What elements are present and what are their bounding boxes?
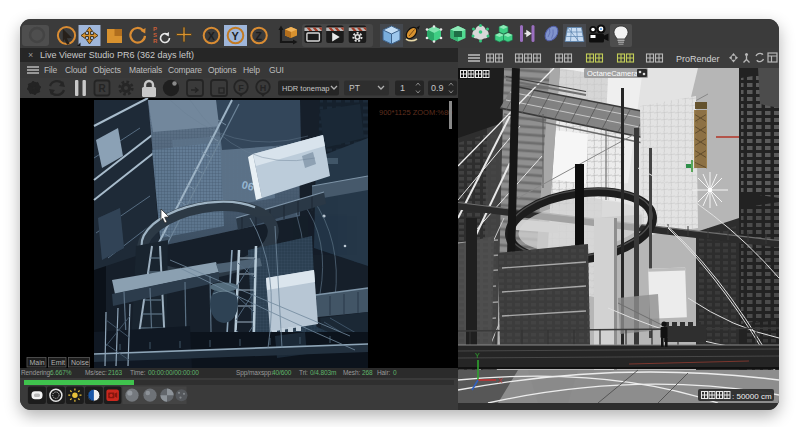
- svg-text:R: R: [153, 38, 158, 44]
- svg-text:PT: PT: [349, 83, 360, 93]
- svg-text:R: R: [99, 83, 107, 94]
- svg-text:Y: Y: [475, 352, 480, 359]
- svg-text:Emit: Emit: [51, 359, 65, 366]
- svg-text:ProRender: ProRender: [676, 54, 720, 64]
- svg-text:900*1125 ZOOM:%80: 900*1125 ZOOM:%80: [379, 108, 452, 117]
- svg-text:0.9: 0.9: [431, 83, 444, 93]
- svg-text:1: 1: [400, 83, 405, 93]
- svg-text:HDR tonemap: HDR tonemap: [282, 84, 330, 93]
- svg-text:Main: Main: [30, 359, 45, 366]
- svg-text:Z: Z: [255, 30, 262, 42]
- svg-text:Y: Y: [232, 30, 240, 42]
- svg-text:X: X: [208, 30, 216, 42]
- svg-text:OctaneCamera: OctaneCamera: [587, 69, 639, 78]
- svg-text:Noise: Noise: [71, 359, 89, 366]
- svg-text:F: F: [238, 83, 244, 93]
- svg-text:: 50000 cm: : 50000 cm: [732, 392, 772, 401]
- svg-text:H: H: [260, 83, 267, 93]
- svg-text:X: X: [498, 377, 503, 384]
